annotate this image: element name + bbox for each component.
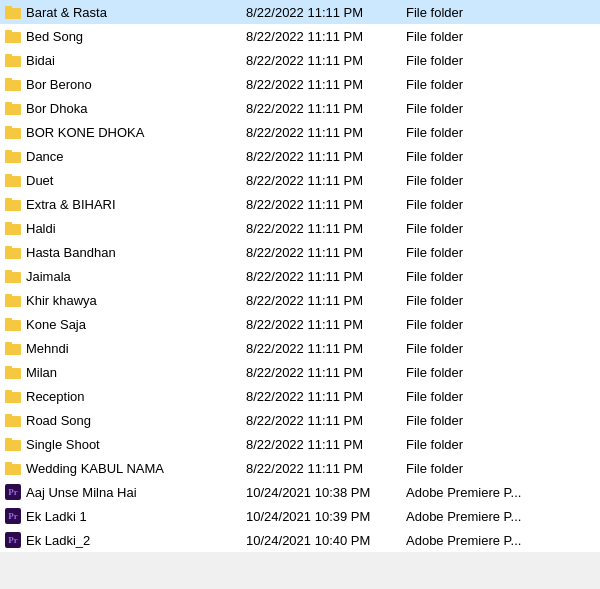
- file-name: Hasta Bandhan: [26, 245, 246, 260]
- file-date: 10/24/2021 10:38 PM: [246, 485, 406, 500]
- folder-icon: [4, 340, 22, 356]
- file-name: Wedding KABUL NAMA: [26, 461, 246, 476]
- table-row[interactable]: PrAaj Unse Milna Hai10/24/2021 10:38 PMA…: [0, 480, 600, 504]
- file-name: Extra & BIHARI: [26, 197, 246, 212]
- file-date: 8/22/2022 11:11 PM: [246, 413, 406, 428]
- file-type: File folder: [406, 125, 596, 140]
- table-row[interactable]: Reception8/22/2022 11:11 PMFile folder: [0, 384, 600, 408]
- folder-icon: [4, 4, 22, 20]
- folder-icon: [4, 460, 22, 476]
- table-row[interactable]: Duet8/22/2022 11:11 PMFile folder: [0, 168, 600, 192]
- file-type: File folder: [406, 197, 596, 212]
- file-date: 8/22/2022 11:11 PM: [246, 293, 406, 308]
- table-row[interactable]: Wedding KABUL NAMA8/22/2022 11:11 PMFile…: [0, 456, 600, 480]
- file-type: File folder: [406, 317, 596, 332]
- file-list: Barat & Rasta8/22/2022 11:11 PMFile fold…: [0, 0, 600, 552]
- table-row[interactable]: Dance8/22/2022 11:11 PMFile folder: [0, 144, 600, 168]
- file-type: File folder: [406, 245, 596, 260]
- folder-icon: [4, 292, 22, 308]
- file-date: 8/22/2022 11:11 PM: [246, 269, 406, 284]
- file-date: 8/22/2022 11:11 PM: [246, 173, 406, 188]
- table-row[interactable]: Hasta Bandhan8/22/2022 11:11 PMFile fold…: [0, 240, 600, 264]
- file-type: File folder: [406, 221, 596, 236]
- folder-icon: [4, 172, 22, 188]
- folder-icon: [4, 220, 22, 236]
- table-row[interactable]: Bor Dhoka8/22/2022 11:11 PMFile folder: [0, 96, 600, 120]
- table-row[interactable]: Single Shoot8/22/2022 11:11 PMFile folde…: [0, 432, 600, 456]
- folder-icon: [4, 196, 22, 212]
- file-name: Khir khawya: [26, 293, 246, 308]
- file-name: Duet: [26, 173, 246, 188]
- file-type: File folder: [406, 149, 596, 164]
- file-type: File folder: [406, 173, 596, 188]
- file-date: 8/22/2022 11:11 PM: [246, 197, 406, 212]
- file-date: 8/22/2022 11:11 PM: [246, 365, 406, 380]
- file-date: 10/24/2021 10:39 PM: [246, 509, 406, 524]
- table-row[interactable]: Khir khawya8/22/2022 11:11 PMFile folder: [0, 288, 600, 312]
- file-date: 8/22/2022 11:11 PM: [246, 5, 406, 20]
- table-row[interactable]: PrEk Ladki 110/24/2021 10:39 PMAdobe Pre…: [0, 504, 600, 528]
- table-row[interactable]: BOR KONE DHOKA8/22/2022 11:11 PMFile fol…: [0, 120, 600, 144]
- file-type: File folder: [406, 341, 596, 356]
- file-date: 8/22/2022 11:11 PM: [246, 125, 406, 140]
- file-type: File folder: [406, 29, 596, 44]
- premiere-icon: Pr: [4, 484, 22, 500]
- file-date: 8/22/2022 11:11 PM: [246, 389, 406, 404]
- premiere-icon: Pr: [4, 508, 22, 524]
- file-name: Bidai: [26, 53, 246, 68]
- file-name: Bed Song: [26, 29, 246, 44]
- file-date: 8/22/2022 11:11 PM: [246, 461, 406, 476]
- folder-icon: [4, 364, 22, 380]
- file-type: File folder: [406, 389, 596, 404]
- table-row[interactable]: Jaimala8/22/2022 11:11 PMFile folder: [0, 264, 600, 288]
- file-name: Barat & Rasta: [26, 5, 246, 20]
- file-type: File folder: [406, 101, 596, 116]
- folder-icon: [4, 124, 22, 140]
- file-name: Haldi: [26, 221, 246, 236]
- table-row[interactable]: Bidai8/22/2022 11:11 PMFile folder: [0, 48, 600, 72]
- folder-icon: [4, 244, 22, 260]
- table-row[interactable]: Haldi8/22/2022 11:11 PMFile folder: [0, 216, 600, 240]
- file-date: 8/22/2022 11:11 PM: [246, 29, 406, 44]
- folder-icon: [4, 148, 22, 164]
- file-date: 8/22/2022 11:11 PM: [246, 245, 406, 260]
- file-type: Adobe Premiere P...: [406, 533, 596, 548]
- file-type: File folder: [406, 461, 596, 476]
- file-name: Ek Ladki 1: [26, 509, 246, 524]
- file-type: Adobe Premiere P...: [406, 485, 596, 500]
- file-date: 8/22/2022 11:11 PM: [246, 149, 406, 164]
- premiere-icon: Pr: [4, 532, 22, 548]
- file-name: Ek Ladki_2: [26, 533, 246, 548]
- table-row[interactable]: Extra & BIHARI8/22/2022 11:11 PMFile fol…: [0, 192, 600, 216]
- file-name: Bor Berono: [26, 77, 246, 92]
- file-name: Single Shoot: [26, 437, 246, 452]
- folder-icon: [4, 436, 22, 452]
- table-row[interactable]: Barat & Rasta8/22/2022 11:11 PMFile fold…: [0, 0, 600, 24]
- file-date: 8/22/2022 11:11 PM: [246, 53, 406, 68]
- table-row[interactable]: Road Song8/22/2022 11:11 PMFile folder: [0, 408, 600, 432]
- table-row[interactable]: Milan8/22/2022 11:11 PMFile folder: [0, 360, 600, 384]
- file-name: Bor Dhoka: [26, 101, 246, 116]
- table-row[interactable]: Bor Berono8/22/2022 11:11 PMFile folder: [0, 72, 600, 96]
- folder-icon: [4, 268, 22, 284]
- file-name: Dance: [26, 149, 246, 164]
- file-date: 8/22/2022 11:11 PM: [246, 77, 406, 92]
- table-row[interactable]: PrEk Ladki_210/24/2021 10:40 PMAdobe Pre…: [0, 528, 600, 552]
- file-name: Road Song: [26, 413, 246, 428]
- file-name: Milan: [26, 365, 246, 380]
- file-date: 8/22/2022 11:11 PM: [246, 317, 406, 332]
- file-name: Jaimala: [26, 269, 246, 284]
- table-row[interactable]: Bed Song8/22/2022 11:11 PMFile folder: [0, 24, 600, 48]
- table-row[interactable]: Mehndi8/22/2022 11:11 PMFile folder: [0, 336, 600, 360]
- file-date: 8/22/2022 11:11 PM: [246, 101, 406, 116]
- file-type: File folder: [406, 437, 596, 452]
- table-row[interactable]: Kone Saja8/22/2022 11:11 PMFile folder: [0, 312, 600, 336]
- file-type: File folder: [406, 77, 596, 92]
- file-type: File folder: [406, 5, 596, 20]
- file-type: File folder: [406, 365, 596, 380]
- folder-icon: [4, 388, 22, 404]
- file-name: Kone Saja: [26, 317, 246, 332]
- file-type: File folder: [406, 413, 596, 428]
- file-type: File folder: [406, 293, 596, 308]
- folder-icon: [4, 316, 22, 332]
